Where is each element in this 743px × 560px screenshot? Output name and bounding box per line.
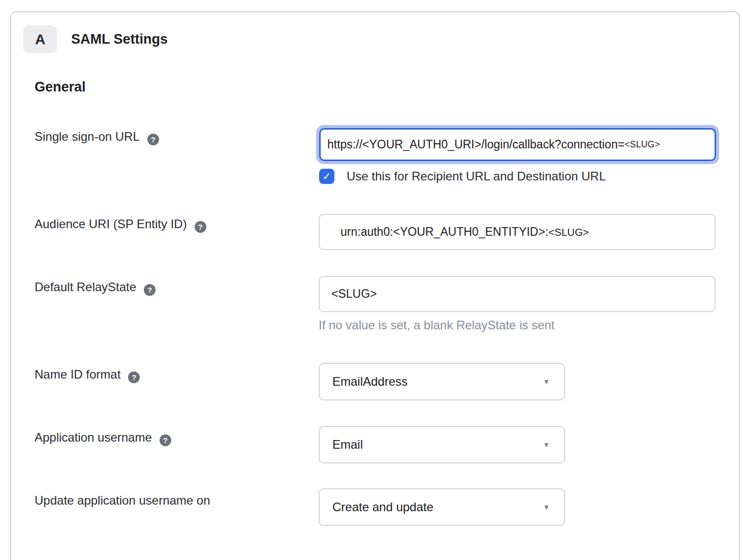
page-title: SAML Settings xyxy=(71,25,168,53)
section-badge: A xyxy=(23,25,57,53)
audience-uri-input[interactable]: urn:auth0:<YOUR_AUTH0_ENTITYID>:<SLUG> xyxy=(319,214,716,250)
sso-url-input[interactable]: https://<YOUR_AUTH0_URI>/login/callback?… xyxy=(319,128,716,161)
chevron-down-icon: ▼ xyxy=(543,441,550,449)
application-username-select[interactable]: Email ▼ xyxy=(319,426,565,463)
update-app-username-label: Update application username on xyxy=(35,493,210,508)
recipient-url-checkbox-label: Use this for Recipient URL and Destinati… xyxy=(347,169,606,183)
default-relaystate-help-icon[interactable]: ? xyxy=(144,284,156,296)
relaystate-hint: If no value is set, a blank RelayState i… xyxy=(319,318,554,332)
checkmark-icon: ✓ xyxy=(323,170,331,182)
sso-url-focus-ring: https://<YOUR_AUTH0_URI>/login/callback?… xyxy=(316,125,719,164)
name-id-format-select[interactable]: EmailAddress ▼ xyxy=(319,363,565,400)
saml-settings-panel: A SAML Settings General Single sign-on U… xyxy=(10,11,740,560)
sso-url-label-text: Single sign-on URL xyxy=(35,130,140,143)
chevron-down-icon: ▼ xyxy=(543,378,550,386)
recipient-url-checkbox-row: ✓ Use this for Recipient URL and Destina… xyxy=(319,169,606,184)
application-username-help-icon[interactable]: ? xyxy=(160,434,171,446)
application-username-label-text: Application username xyxy=(35,430,152,444)
application-username-label: Application username? xyxy=(35,430,171,446)
audience-uri-label: Audience URI (SP Entity ID)? xyxy=(35,216,206,233)
default-relaystate-label: Default RelayState? xyxy=(35,279,156,296)
sso-url-value-slug: <SLUG> xyxy=(625,139,660,150)
audience-uri-help-icon[interactable]: ? xyxy=(195,221,206,233)
sso-url-label: Single sign-on URL? xyxy=(35,129,159,145)
name-id-format-label-text: Name ID format xyxy=(35,367,120,381)
update-app-username-value: Create and update xyxy=(332,500,434,514)
name-id-format-label: Name ID format? xyxy=(35,367,140,383)
recipient-url-checkbox[interactable]: ✓ xyxy=(319,169,334,184)
general-heading: General xyxy=(35,79,86,95)
sso-url-help-icon[interactable]: ? xyxy=(147,134,159,145)
update-app-username-label-text: Update application username on xyxy=(35,493,210,507)
name-id-format-help-icon[interactable]: ? xyxy=(128,371,140,383)
audience-uri-value-slug: <SLUG> xyxy=(548,226,589,238)
update-app-username-select[interactable]: Create and update ▼ xyxy=(319,488,565,526)
name-id-format-value: EmailAddress xyxy=(332,375,408,389)
sso-url-value: https://<YOUR_AUTH0_URI>/login/callback?… xyxy=(327,138,625,151)
chevron-down-icon: ▼ xyxy=(543,503,550,511)
application-username-value: Email xyxy=(332,438,363,452)
default-relaystate-label-text: Default RelayState xyxy=(35,280,136,294)
default-relaystate-value: <SLUG> xyxy=(331,287,377,301)
audience-uri-label-text: Audience URI (SP Entity ID) xyxy=(35,217,187,231)
audience-uri-value: urn:auth0:<YOUR_AUTH0_ENTITYID>: xyxy=(340,225,548,239)
default-relaystate-input[interactable]: <SLUG> xyxy=(319,276,716,312)
